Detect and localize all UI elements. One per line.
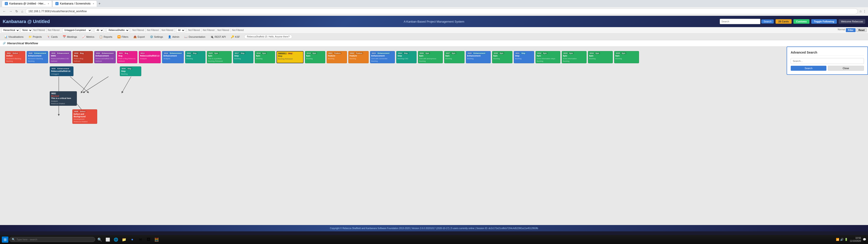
nav-export[interactable]: 📤 Export: [131, 34, 147, 39]
taskbar-task-view[interactable]: ⬜: [104, 236, 112, 243]
filter-user-select[interactable]: RebeccaShafted:: [107, 28, 129, 33]
card-epic-extra6[interactable]: 0035 Epic Epic Backlog: [614, 51, 639, 63]
card-epic-0026[interactable]: 0026 Epic Epic Grid with anonymous Backl…: [418, 51, 443, 63]
card-feature-0022[interactable]: 0022 Feature Feature Backlog: [348, 51, 369, 63]
card-epic-extra3[interactable]: 0032 Epic Epic Extra information steps B…: [535, 51, 560, 63]
action-center[interactable]: 💬: [863, 238, 866, 241]
taskbar-mail[interactable]: ✉: [137, 236, 144, 243]
card-backlog: Backlog: [28, 60, 47, 62]
card-backlog: Backlog-C4D: [398, 58, 415, 60]
card-enhancement-0016[interactable]: 0016 Enhancement Enhancement Analysis: [162, 51, 184, 63]
card-defect-0001[interactable]: 0001 Defect Defect Research-Backlog Back…: [5, 51, 25, 63]
card-title: RebeccaShaffeld-13: [140, 55, 160, 57]
nav-docs[interactable]: 📖 Documentation: [182, 34, 208, 39]
start-button[interactable]: ⊞: [2, 237, 8, 243]
forward-button[interactable]: →: [8, 9, 13, 13]
search-input[interactable]: [720, 19, 761, 24]
taskbar-chrome[interactable]: ●: [129, 236, 136, 243]
advanced-search-panel: Advanced Search Search Close: [786, 47, 868, 75]
card-wms-0033[interactable]: 0033 Enhancement WMS RebeccaShaffeld-C4D…: [50, 51, 71, 63]
nav-filters-label: Filters: [122, 35, 128, 38]
card-id-badge: 0028: [28, 52, 33, 54]
tab-1-close[interactable]: ×: [48, 2, 49, 5]
card-rebecca-16[interactable]: 0033 Enhancement RebeccaShaffeld-16 Unta…: [50, 66, 73, 76]
filter-view-select[interactable]: Hierarchical: [1, 28, 20, 33]
adv-search-button[interactable]: Search: [791, 66, 827, 71]
card-step-0002[interactable]: 0002 Step Step Backlog: [185, 51, 206, 63]
nav-filters[interactable]: 🔽 Filters: [115, 34, 131, 39]
card-epic-0025[interactable]: 0025 Epic Epic This is a portfolio Backl…: [207, 51, 232, 63]
filter-label-2: Not Filtered: [48, 29, 60, 31]
tab-1[interactable]: K Kanbanara @ Untitled - Hier... ×: [2, 0, 52, 7]
card-epic-extra4[interactable]: 0033 Epic Epic Extra information Backlog: [562, 51, 587, 63]
card-type-badge: Bug: [124, 52, 129, 54]
card-epic-0019[interactable]: 0019 Epic Epic Backlog: [305, 51, 325, 63]
tray-volume[interactable]: 🔊: [840, 238, 844, 241]
card-enhancement-info[interactable]: 0029 Enhancement Enhancement Backlog: [466, 51, 491, 63]
filter-button[interactable]: Filter: [846, 28, 855, 32]
filter-completion-select[interactable]: Untagged-Completed: [62, 28, 92, 33]
card-bug-0030[interactable]: 0030 Bug Bug Point a Bug Defined: [72, 51, 93, 63]
card-epic-extra5[interactable]: 0034 Epic Epic Backlog: [588, 51, 613, 63]
nav-metrics[interactable]: 📈 Metrics: [80, 34, 96, 39]
nav-meetings[interactable]: 📅 Meetings: [60, 34, 79, 39]
customs-button[interactable]: Customs: [794, 19, 809, 24]
address-input[interactable]: [25, 8, 858, 14]
app-subtitle: A Kanban-Based Project Management System: [404, 20, 464, 23]
tab-2-close[interactable]: ×: [93, 2, 94, 5]
card-feature-0021[interactable]: 0021 Feature Feature Backlog: [327, 51, 347, 63]
toggle-button[interactable]: Toggle Following: [811, 19, 837, 24]
card-epic-0027[interactable]: 0027 Epic Epic Backlog: [444, 51, 465, 63]
clock-date: 11/10/2020: [850, 240, 861, 242]
tab-2[interactable]: K Kanbanara / Screenshots ×: [53, 0, 97, 7]
taskbar-right: 📶 🔊 🔋 10:56 11/10/2020 💬: [836, 237, 866, 242]
reload-button[interactable]: ↻: [14, 9, 19, 13]
nav-api[interactable]: 🔌 REST API: [208, 34, 228, 39]
filter-all2-select[interactable]: All: [176, 28, 185, 33]
nav-projects[interactable]: 📁 Projects: [26, 34, 44, 39]
nav-cards[interactable]: 🃏 Cards: [44, 34, 60, 39]
card-step-0024[interactable]: 0024 Step Step Backlog-C4D: [396, 51, 416, 63]
nav-reports[interactable]: 📋 Reports: [97, 34, 115, 39]
taskbar-calc[interactable]: 🧮: [153, 236, 160, 243]
taskbar-cortana[interactable]: 🔍: [96, 236, 103, 243]
card-defect-bottom[interactable]: 0035 Defect Defect and Background Develo…: [72, 109, 97, 124]
chat-bubble[interactable]: RebeccaShaffeld-15: Hello, Anyone there?: [244, 35, 292, 39]
home-button[interactable]: ⌂: [20, 9, 24, 13]
card-blocked[interactable]: 0011 Blocked This is a critical item Ana…: [50, 91, 77, 106]
card-enhancement-0023[interactable]: 0023 Enhancement Enhancement Grid with c…: [370, 51, 395, 63]
add-tab-button[interactable]: +: [97, 2, 101, 6]
bookmark-button[interactable]: ☆: [859, 9, 862, 13]
tray-battery[interactable]: 🔋: [844, 238, 848, 241]
card-rebecca-0013[interactable]: 0013 RebeccaShaffeld-13 Analysis: [139, 51, 161, 63]
taskbar-search-input[interactable]: [17, 238, 93, 241]
nav-visualisations[interactable]: 📊 Visualisations: [2, 34, 26, 39]
filter-none-select[interactable]: None: [21, 28, 32, 33]
card-selected[interactable]: S4D121... Step Step Backlog-Released: [276, 51, 304, 63]
card-epic-0018[interactable]: 0018 Epic Epic Backlog: [255, 51, 275, 63]
nav-settings[interactable]: ⚙️ Settings: [148, 34, 165, 39]
taskbar-photos[interactable]: 🖼: [145, 236, 152, 243]
nav-admin[interactable]: 👤 Admin: [166, 34, 182, 39]
menu-button[interactable]: ⋮: [863, 9, 866, 13]
card-enhancement-0032[interactable]: 0032 Enhancement Enhancement RebeccaShaf…: [94, 51, 116, 63]
card-epic-extra1[interactable]: 0030 Epic Epic Backlog: [492, 51, 513, 63]
taskbar-explorer[interactable]: 📁: [121, 236, 128, 243]
tray-network[interactable]: 📶: [836, 238, 839, 241]
nav-ksf[interactable]: 🔑 KSF: [228, 34, 242, 39]
card-step-extra2[interactable]: 0031 Step Step Backlog: [514, 51, 534, 63]
card-step-0017[interactable]: 0017 Step Step Backlog: [233, 51, 253, 63]
adv-search-input[interactable]: [791, 58, 864, 64]
clock[interactable]: 10:56 11/10/2020: [850, 237, 861, 242]
filter-all-select[interactable]: All: [95, 28, 104, 33]
search-button[interactable]: Search: [761, 20, 774, 24]
taskbar-edge[interactable]: 🌐: [112, 236, 120, 243]
card-enhancement-0028[interactable]: 0028 Enhancement Enhancement Research-Ba…: [27, 51, 48, 63]
card-bug-0031[interactable]: 0031 Bug Bug Point a Bug Rebecca Defined: [117, 51, 137, 63]
cards-button[interactable]: 28 Cards: [776, 19, 792, 24]
card-type-badge: Bug: [79, 52, 84, 54]
card-step-float[interactable]: 0034 Step Step Backlog: [120, 66, 141, 76]
reset-button[interactable]: Reset: [857, 28, 867, 32]
back-button[interactable]: ←: [2, 9, 7, 13]
adv-close-button[interactable]: Close: [828, 66, 864, 71]
